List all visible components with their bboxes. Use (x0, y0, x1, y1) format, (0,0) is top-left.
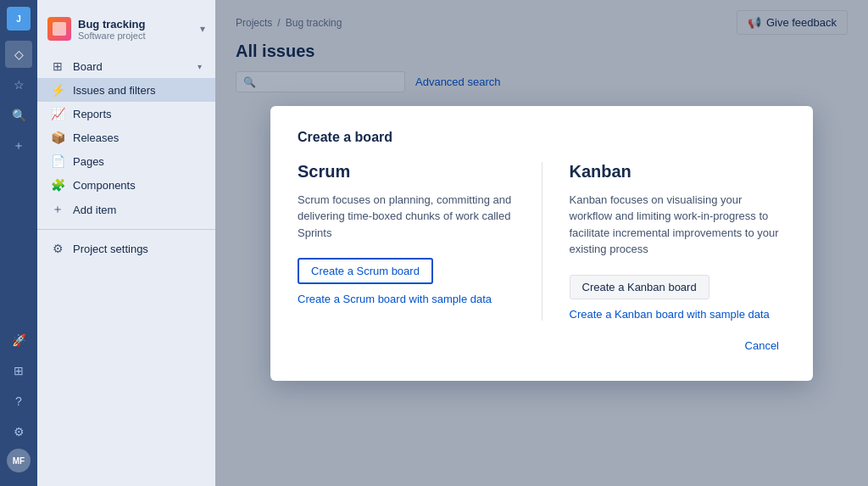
create-scrum-sample-link[interactable]: Create a Scrum board with sample data (298, 293, 515, 305)
modal-footer: Cancel (298, 334, 786, 357)
sidebar-item-label: Reports (73, 108, 202, 120)
sidebar-item-label: Project settings (73, 243, 202, 255)
create-scrum-board-button[interactable]: Create a Scrum board (298, 258, 433, 284)
sidebar-item-label: Components (73, 179, 202, 192)
sidebar-item-settings[interactable]: ⚙ Project settings (37, 237, 215, 260)
add-item-icon: ＋ (51, 202, 64, 217)
project-settings-icon: ⚙ (51, 242, 64, 255)
cancel-button[interactable]: Cancel (738, 334, 786, 357)
sidebar-item-label: Issues and filters (73, 84, 202, 97)
grid-icon[interactable]: ⊞ (5, 357, 32, 384)
modal-column-divider (542, 162, 542, 321)
scrum-column: Scrum Scrum focuses on planning, committ… (298, 162, 515, 321)
sidebar: Bug tracking Software project ▾ ⊞ Board … (37, 0, 215, 486)
components-icon: 🧩 (51, 178, 64, 192)
scrum-title: Scrum (298, 162, 515, 182)
sidebar-item-label: Add item (73, 204, 202, 216)
create-board-modal: Create a board Scrum Scrum focuses on pl… (270, 106, 813, 381)
project-type: Software project (78, 31, 193, 41)
search-icon[interactable]: 🔍 (5, 102, 32, 129)
sidebar-item-issues[interactable]: ⚡ Issues and filters (37, 78, 215, 102)
sidebar-item-reports[interactable]: 📈 Reports (37, 102, 215, 126)
kanban-description: Kanban focuses on visualising your workf… (570, 192, 787, 258)
reports-icon: 📈 (51, 107, 64, 120)
icon-bar: J ◇ ☆ 🔍 ＋ 🚀 ⊞ ? ⚙ MF (0, 0, 37, 486)
sidebar-item-components[interactable]: 🧩 Components (37, 173, 215, 197)
create-kanban-sample-link[interactable]: Create a Kanban board with sample data (570, 308, 787, 321)
project-name: Bug tracking (78, 18, 193, 31)
project-chevron-icon: ▾ (200, 23, 205, 35)
modal-overlay: Create a board Scrum Scrum focuses on pl… (215, 0, 868, 486)
sidebar-nav: ⊞ Board ▾ ⚡ Issues and filters 📈 Reports… (37, 54, 215, 260)
kanban-column: Kanban Kanban focuses on visualising you… (570, 162, 787, 321)
board-chevron-icon: ▾ (198, 62, 202, 71)
app-logo[interactable]: J (7, 7, 31, 31)
sidebar-item-label: Pages (73, 155, 202, 168)
pages-icon: 📄 (51, 154, 64, 168)
plus-icon[interactable]: ＋ (5, 132, 32, 159)
scrum-description: Scrum focuses on planning, committing an… (298, 192, 515, 242)
modal-columns: Scrum Scrum focuses on planning, committ… (298, 162, 786, 321)
sidebar-divider (37, 229, 215, 230)
issues-icon: ⚡ (51, 83, 64, 97)
modal-title: Create a board (298, 130, 786, 145)
project-icon (47, 17, 71, 41)
avatar[interactable]: MF (7, 449, 31, 472)
sidebar-item-label: Releases (73, 131, 202, 144)
star-icon[interactable]: ☆ (5, 71, 32, 98)
help-icon[interactable]: ? (5, 388, 32, 415)
home-icon[interactable]: ◇ (5, 41, 32, 68)
sidebar-item-add-item[interactable]: ＋ Add item (37, 197, 215, 222)
kanban-title: Kanban (570, 162, 787, 182)
sidebar-item-label: Board (73, 60, 189, 73)
main-content: Projects / Bug tracking 📢 Give feedback … (215, 0, 868, 486)
sidebar-item-pages[interactable]: 📄 Pages (37, 149, 215, 173)
create-kanban-board-button[interactable]: Create a Kanban board (570, 275, 709, 299)
releases-icon: 📦 (51, 131, 64, 144)
sidebar-project[interactable]: Bug tracking Software project ▾ (37, 10, 215, 47)
sidebar-item-releases[interactable]: 📦 Releases (37, 126, 215, 149)
rocket-icon[interactable]: 🚀 (5, 327, 32, 354)
board-icon: ⊞ (51, 59, 64, 73)
sidebar-item-board[interactable]: ⊞ Board ▾ (37, 54, 215, 78)
settings-icon[interactable]: ⚙ (5, 418, 32, 445)
